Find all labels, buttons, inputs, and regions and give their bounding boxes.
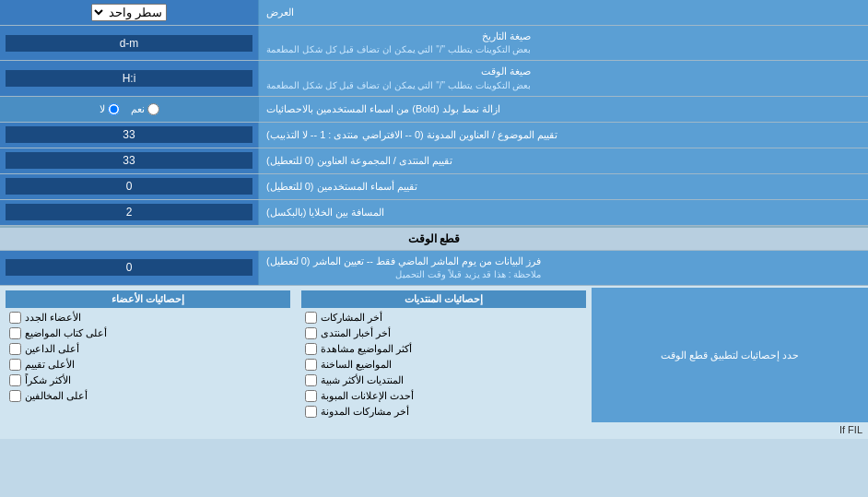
cutoff-label: فرز البيانات من يوم الماشر الماضي فقط --… <box>258 251 868 285</box>
cutoff-input-cell <box>0 251 258 285</box>
usernames-sort-input-cell <box>0 174 258 199</box>
cb-label-1-4: الأكثر شكراً <box>25 374 71 386</box>
cb-1-1[interactable] <box>9 327 21 339</box>
radio-yes-text: نعم <box>131 103 145 115</box>
forum-sort-input-cell <box>0 148 258 173</box>
members-stats-header: إحصائيات الأعضاء <box>6 290 290 308</box>
cell-spacing-text: المسافة بين الخلايا (بالبكسل) <box>266 206 385 219</box>
topic-sort-text: تقييم الموضوع / العناوين المدونة (0 -- ا… <box>266 128 557 142</box>
topic-sort-input[interactable] <box>6 126 252 143</box>
cb-item-1-3: الأعلى تقييم <box>6 357 290 373</box>
cb-label-0-2: أكثر المواضيع مشاهدة <box>321 343 412 355</box>
members-stats-header-text: إحصائيات الأعضاء <box>111 293 184 304</box>
cb-1-4[interactable] <box>9 374 21 386</box>
cb-0-2[interactable] <box>305 343 317 355</box>
cb-item-1-0: الأعضاء الجدد <box>6 310 290 325</box>
forum-sort-text: تقييم المنتدى / المجموعة العناوين (0 للت… <box>266 154 452 168</box>
time-format-input[interactable] <box>6 70 252 87</box>
cb-0-0[interactable] <box>305 312 317 324</box>
bold-remove-row: ازالة نمط بولد (Bold) من اسماء المستخدمي… <box>0 97 868 123</box>
checkboxes-apply-label: حدد إحصائيات لتطبيق قطع الوقت <box>592 288 868 422</box>
cutoff-row: فرز البيانات من يوم الماشر الماضي فقط --… <box>0 251 868 286</box>
cb-item-0-3: المواضيع الساخنة <box>301 357 586 373</box>
forum-sort-label: تقييم المنتدى / المجموعة العناوين (0 للت… <box>258 148 868 173</box>
cutoff-title-text: قطع الوقت <box>408 232 460 245</box>
cb-label-1-1: أعلى كتاب المواضيع <box>25 327 107 339</box>
display-dropdown-cell: سطر واحدسطرانثلاثة أسطر <box>0 0 258 25</box>
cb-label-0-1: أخر أخبار المنتدى <box>321 327 391 339</box>
cb-item-0-6: أخر مشاركات المدونة <box>301 404 586 420</box>
bold-remove-radio-cell: نعم لا <box>0 97 258 122</box>
main-container: العرض سطر واحدسطرانثلاثة أسطر صيغة التار… <box>0 0 868 439</box>
header-row: العرض سطر واحدسطرانثلاثة أسطر <box>0 0 868 26</box>
date-format-row: صيغة التاريخ بعض التكوينات يتطلب "/" الت… <box>0 26 868 61</box>
members-stats-col: إحصائيات الأعضاء الأعضاء الجدد أعلى كتاب… <box>0 288 296 422</box>
time-format-title: صيغة الوقت <box>266 65 531 78</box>
cb-0-5[interactable] <box>305 390 317 402</box>
cell-spacing-input-cell <box>0 200 258 225</box>
cutoff-sublabel-text: ملاحظة : هذا قد يزيد قبلاً وقت التحميل <box>266 268 541 281</box>
time-format-input-cell <box>0 61 258 95</box>
cb-item-0-2: أكثر المواضيع مشاهدة <box>301 341 586 357</box>
time-format-row: صيغة الوقت بعض التكوينات يتطلب "/" التي … <box>0 61 868 96</box>
cb-label-1-2: أعلى الداعين <box>25 343 79 355</box>
usernames-sort-label: تقييم أسماء المستخدمين (0 للتعطيل) <box>258 174 868 199</box>
forum-stats-col: إحصائيات المنتديات أخر المشاركات أخر أخب… <box>296 288 592 422</box>
bold-remove-text: ازالة نمط بولد (Bold) من اسماء المستخدمي… <box>266 102 500 116</box>
cb-0-3[interactable] <box>305 359 317 371</box>
usernames-sort-text: تقييم أسماء المستخدمين (0 للتعطيل) <box>266 180 417 194</box>
radio-yes-label[interactable]: نعم <box>131 103 159 115</box>
time-format-label: صيغة الوقت بعض التكوينات يتطلب "/" التي … <box>258 61 868 95</box>
bold-remove-label: ازالة نمط بولد (Bold) من اسماء المستخدمي… <box>258 97 868 122</box>
cb-label-1-5: أعلى المخالفين <box>25 390 88 402</box>
date-format-input-cell <box>0 26 258 60</box>
cb-label-0-4: المنتديات الأكثر شبية <box>321 374 404 386</box>
display-dropdown[interactable]: سطر واحدسطرانثلاثة أسطر <box>91 4 167 21</box>
radio-no[interactable] <box>108 103 120 115</box>
date-format-label: صيغة التاريخ بعض التكوينات يتطلب "/" الت… <box>258 26 868 60</box>
topic-sort-label: تقييم الموضوع / العناوين المدونة (0 -- ا… <box>258 123 868 148</box>
date-format-sublabel: بعض التكوينات يتطلب "/" التي يمكن ان تضا… <box>266 43 531 56</box>
checkboxes-wrapper: حدد إحصائيات لتطبيق قطع الوقت إحصائيات ا… <box>0 288 868 422</box>
date-format-input[interactable] <box>6 35 252 52</box>
date-format-title: صيغة التاريخ <box>266 30 531 43</box>
forum-stats-header: إحصائيات المنتديات <box>301 290 586 308</box>
time-format-sublabel: بعض التكوينات يتطلب "/" التي يمكن ان تضا… <box>266 79 531 92</box>
topic-sort-row: تقييم الموضوع / العناوين المدونة (0 -- ا… <box>0 123 868 148</box>
cb-label-1-3: الأعلى تقييم <box>25 359 75 371</box>
cb-item-1-5: أعلى المخالفين <box>6 388 290 404</box>
cell-spacing-label: المسافة بين الخلايا (بالبكسل) <box>258 200 868 225</box>
cb-0-1[interactable] <box>305 327 317 339</box>
radio-no-text: لا <box>100 103 105 115</box>
cb-1-2[interactable] <box>9 343 21 355</box>
forum-stats-header-text: إحصائيات المنتديات <box>405 293 483 304</box>
usernames-sort-input[interactable] <box>6 178 252 195</box>
cb-label-0-3: المواضيع الساخنة <box>321 359 392 371</box>
cb-item-0-1: أخر أخبار المنتدى <box>301 325 586 341</box>
checkboxes-header-text: حدد إحصائيات لتطبيق قطع الوقت <box>661 349 799 361</box>
forum-sort-input[interactable] <box>6 152 252 169</box>
cb-item-1-2: أعلى الداعين <box>6 341 290 357</box>
cb-item-0-4: المنتديات الأكثر شبية <box>301 373 586 388</box>
cb-label-1-0: الأعضاء الجدد <box>25 312 81 324</box>
cell-spacing-input[interactable] <box>6 204 252 220</box>
cb-label-0-0: أخر المشاركات <box>321 312 382 324</box>
forum-sort-row: تقييم المنتدى / المجموعة العناوين (0 للت… <box>0 148 868 174</box>
cb-0-6[interactable] <box>305 406 317 418</box>
cb-item-0-5: أحدث الإعلانات المبوبة <box>301 388 586 404</box>
cb-1-3[interactable] <box>9 359 21 371</box>
cb-1-0[interactable] <box>9 312 21 324</box>
radio-yes[interactable] <box>147 103 159 115</box>
cutoff-input[interactable] <box>6 259 252 276</box>
radio-no-label[interactable]: لا <box>100 103 120 115</box>
cutoff-label-text: فرز البيانات من يوم الماشر الماضي فقط --… <box>266 254 541 268</box>
usernames-sort-row: تقييم أسماء المستخدمين (0 للتعطيل) <box>0 174 868 200</box>
cb-1-5[interactable] <box>9 390 21 402</box>
checkboxes-area: حدد إحصائيات لتطبيق قطع الوقت إحصائيات ا… <box>0 286 868 439</box>
if-fil-text: If FIL <box>839 424 862 435</box>
cb-0-4[interactable] <box>305 374 317 386</box>
header-title-text: العرض <box>266 6 294 19</box>
cb-item-0-0: أخر المشاركات <box>301 310 586 325</box>
header-label: العرض <box>258 0 868 25</box>
cell-spacing-row: المسافة بين الخلايا (بالبكسل) <box>0 200 868 226</box>
